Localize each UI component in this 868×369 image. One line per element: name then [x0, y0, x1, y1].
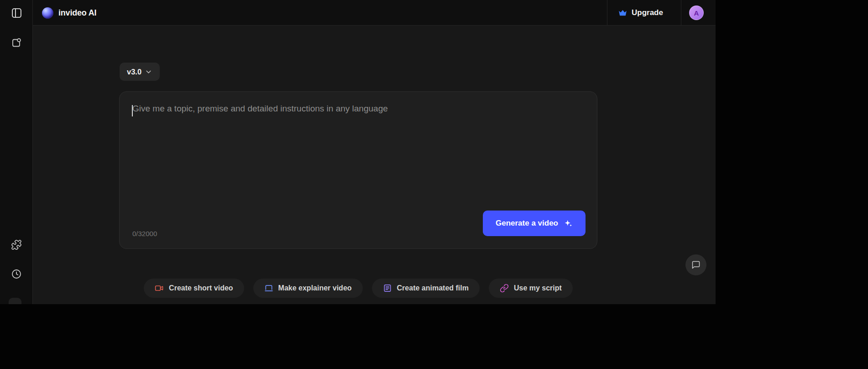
char-counter: 0/32000	[132, 230, 157, 237]
suggestion-use-my-script[interactable]: Use my script	[489, 279, 573, 298]
suggestion-label: Create animated film	[397, 284, 469, 292]
laptop-icon	[264, 284, 273, 293]
sidebar-item-projects[interactable]	[7, 34, 26, 52]
chevron-down-icon	[145, 68, 152, 76]
link-icon	[500, 284, 509, 293]
sidebar-item-history[interactable]	[7, 265, 26, 283]
sidebar-bottom-item[interactable]	[9, 298, 21, 304]
topbar-divider	[681, 0, 681, 26]
suggestion-label: Make explainer video	[278, 284, 352, 292]
screen: invideo AI Upgrade A v3.0	[0, 0, 868, 369]
projects-icon	[11, 37, 22, 48]
chat-button[interactable]	[685, 254, 706, 275]
topbar-divider	[607, 0, 607, 26]
upgrade-label: Upgrade	[632, 8, 663, 17]
history-clock-icon	[11, 269, 22, 279]
version-label: v3.0	[127, 68, 141, 76]
sidebar-toggle-button[interactable]	[7, 4, 26, 22]
suggestion-make-explainer-video[interactable]: Make explainer video	[253, 279, 363, 298]
logo-text: invideo AI	[58, 8, 96, 18]
suggestion-create-short-video[interactable]: Create short video	[144, 279, 244, 298]
prompt-box: 0/32000 Generate a video	[119, 91, 597, 249]
generate-label: Generate a video	[496, 219, 558, 228]
logo[interactable]: invideo AI	[42, 0, 96, 26]
script-lines-icon	[383, 284, 392, 293]
sidebar	[0, 0, 33, 304]
puzzle-icon	[11, 239, 22, 250]
avatar[interactable]: A	[689, 5, 704, 20]
generate-video-button[interactable]: Generate a video	[483, 211, 586, 236]
sidebar-item-plugins[interactable]	[7, 236, 26, 254]
suggestion-create-animated-film[interactable]: Create animated film	[372, 279, 480, 298]
main-content: v3.0 0/32000 Generate a video	[33, 26, 716, 304]
version-selector[interactable]: v3.0	[120, 63, 160, 81]
app-window: invideo AI Upgrade A v3.0	[0, 0, 716, 304]
video-camera-icon	[155, 284, 164, 293]
text-cursor	[132, 105, 133, 116]
chat-bubble-icon	[691, 260, 701, 269]
panel-left-icon	[11, 7, 22, 19]
crown-icon	[618, 8, 627, 18]
suggestion-label: Use my script	[514, 284, 562, 292]
topbar: invideo AI Upgrade A	[33, 0, 716, 26]
upgrade-button[interactable]: Upgrade	[618, 0, 663, 26]
avatar-initial: A	[694, 9, 699, 17]
suggestion-row: Create short video Make explainer video	[119, 279, 597, 298]
logo-icon	[42, 7, 53, 19]
suggestion-label: Create short video	[169, 284, 233, 292]
sparkle-icon	[564, 219, 573, 228]
